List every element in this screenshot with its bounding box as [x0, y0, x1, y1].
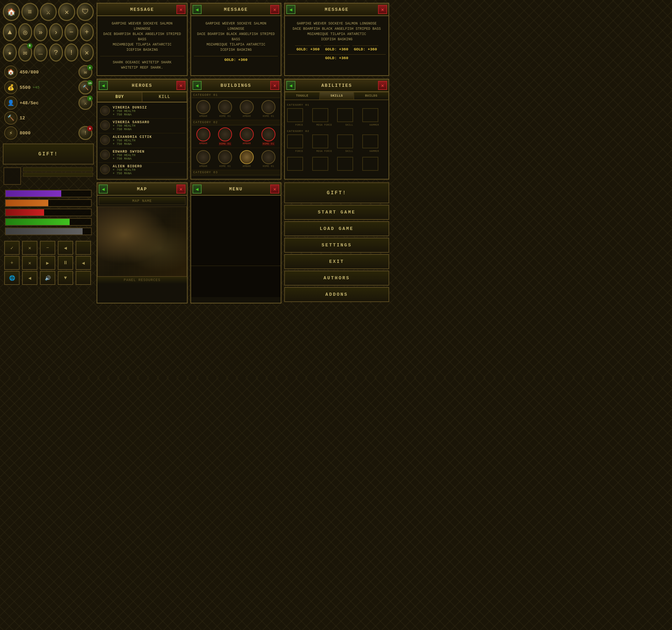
icon-up[interactable]: ▲	[3, 23, 17, 41]
icon-cancel[interactable]: ✕	[58, 3, 75, 21]
settings-button[interactable]: SETTINGS	[284, 238, 389, 253]
ability-slot-3-2[interactable]	[312, 157, 328, 171]
ctrl-globe[interactable]: 🌐	[4, 271, 20, 285]
hero-tab-kill[interactable]: KILL	[142, 92, 187, 102]
message-3-back[interactable]: ◀	[286, 5, 295, 14]
ability-tab-builds[interactable]: BUILDS	[354, 92, 388, 100]
bld-item-12[interactable]: HOME 01	[258, 150, 279, 168]
ability-slot-2-1[interactable]	[287, 134, 303, 148]
bld-item-3[interactable]: AMBAR	[237, 100, 257, 118]
ability-tab-toggle[interactable]: TOGGLE	[285, 92, 320, 100]
map-close[interactable]: ✕	[176, 184, 186, 194]
icon-close-3[interactable]: ✕	[80, 43, 94, 62]
icon-exclaim[interactable]: !	[64, 43, 78, 62]
ability-slot-1-4[interactable]	[362, 108, 378, 122]
message-2-close[interactable]: ✕	[270, 5, 279, 14]
menu-close[interactable]: ✕	[270, 184, 279, 194]
ability-slot-1-1[interactable]	[287, 108, 303, 122]
ability-slot-2-3[interactable]	[337, 134, 353, 148]
menu-back[interactable]: ◀	[192, 184, 202, 194]
ability-tab-skills[interactable]: SKILLS	[320, 92, 354, 100]
ability-lbl-2-1: FORCE	[287, 150, 312, 153]
ctrl-plus2[interactable]: +	[4, 256, 20, 270]
heroes-back[interactable]: ◀	[99, 81, 108, 90]
ctrl-pause[interactable]: ⏸	[58, 256, 73, 270]
ctrl-check[interactable]: ✓	[4, 241, 20, 255]
ctrl-minus[interactable]: −	[40, 241, 55, 255]
bld-item-9[interactable]: AMBAR	[193, 150, 214, 168]
menu-footer-spacer	[191, 266, 281, 297]
message-1-close[interactable]: ✕	[176, 5, 186, 14]
gold-icon: 💰	[4, 81, 18, 94]
ctrl-x2[interactable]: ✕	[22, 256, 37, 270]
bld-item-1[interactable]: AMBAR	[193, 100, 214, 118]
bld-icon-2	[218, 100, 232, 114]
population-value: 450/800	[20, 70, 39, 75]
message-1-header: MESSAGE ✕	[97, 4, 187, 16]
bld-item-6[interactable]: HOME 01	[215, 127, 235, 146]
ctrl-vol[interactable]: 🔊	[40, 271, 55, 285]
bld-item-5[interactable]: AMBAR	[193, 127, 214, 146]
bld-item-11[interactable]: AMBAR	[237, 150, 257, 168]
buildings-panel: ◀ BUILDINGS ✕ CATEGORY 01 AMBAR HOME 01 …	[190, 79, 281, 180]
icon-star[interactable]: ★	[3, 43, 17, 62]
abilities-close[interactable]: ✕	[378, 81, 387, 90]
ctrl-x[interactable]: ✕	[22, 241, 37, 255]
hero-tab-buy[interactable]: BUY	[97, 92, 142, 102]
ability-slot-3-4[interactable]	[362, 157, 378, 171]
ctrl-back3[interactable]: ◀	[22, 271, 37, 285]
icon-fast-forward[interactable]: »	[34, 23, 48, 41]
ctrl-play[interactable]: ▶	[40, 256, 55, 270]
icon-home[interactable]: 🏠	[3, 3, 20, 21]
ability-slot-1-2[interactable]	[312, 108, 328, 122]
icon-menu[interactable]: ≡	[21, 3, 38, 21]
exit-button[interactable]: EXIT	[284, 254, 389, 269]
ability-slot-2-4[interactable]	[362, 134, 378, 148]
gift-panel-main[interactable]: GIFT!	[284, 182, 389, 203]
gift-main-label[interactable]: GIFT!	[327, 190, 346, 196]
icon-question[interactable]: ?	[49, 43, 63, 62]
bld-item-8[interactable]: HOME 01	[258, 127, 279, 146]
stat-mail-icon[interactable]: ✉ 8	[78, 65, 92, 79]
stat-alert-icon[interactable]: ! 9	[78, 126, 92, 140]
buildings-back[interactable]: ◀	[192, 81, 202, 90]
ctrl-down[interactable]: ▼	[58, 271, 73, 285]
bld-item-7[interactable]: AMBAR	[237, 127, 257, 146]
icon-sword[interactable]: ⚔	[40, 3, 57, 21]
stat-hammer-icon[interactable]: 🔨 15	[78, 80, 92, 94]
icon-mail[interactable]: ✉ 8	[18, 43, 32, 62]
icon-minus[interactable]: −	[64, 23, 78, 41]
heroes-close[interactable]: ✕	[176, 81, 186, 90]
ctrl-back1[interactable]: ◀	[58, 241, 73, 255]
icon-shield[interactable]: 🛡	[77, 3, 94, 21]
map-back[interactable]: ◀	[99, 184, 108, 194]
hero-avatar-4	[100, 150, 110, 160]
bld-item-4[interactable]: HOME 01	[258, 100, 279, 118]
addons-button[interactable]: ADDONS	[284, 287, 389, 302]
load-game-button[interactable]: LOAD GAME	[284, 221, 389, 236]
ability-lbl-1-3: SKILL	[337, 124, 362, 126]
bld-item-2[interactable]: HOME 01	[215, 100, 235, 118]
ability-slot-3-1[interactable]	[287, 157, 303, 171]
ability-slot-1-3[interactable]	[337, 108, 353, 122]
bld-item-10[interactable]: HOME 01	[215, 150, 235, 168]
ability-slot-3-3[interactable]	[337, 157, 353, 171]
icon-target[interactable]: ◎	[18, 23, 32, 41]
stat-sword-icon[interactable]: ⚔ 3	[78, 96, 92, 110]
message-3-close[interactable]: ✕	[378, 5, 387, 14]
abilities-back[interactable]: ◀	[286, 81, 295, 90]
icon-dots[interactable]: …	[34, 43, 48, 62]
start-game-button[interactable]: START GAME	[284, 205, 389, 220]
icon-plus[interactable]: +	[80, 23, 94, 41]
gift-panel[interactable]: GIFT!	[3, 144, 94, 164]
icon-forward[interactable]: ›	[49, 23, 63, 41]
ctrl-back2[interactable]: ◀	[76, 256, 91, 270]
buildings-close[interactable]: ✕	[270, 81, 279, 90]
gold-value: 5500	[20, 85, 30, 90]
ability-slot-2-2[interactable]	[312, 134, 328, 148]
stat-population: 🏠 450/800 ✉ 8	[4, 65, 92, 79]
menu-header: ◀ MENU ✕	[191, 183, 281, 196]
authors-button[interactable]: AUTHORS	[284, 271, 389, 286]
message-2-back[interactable]: ◀	[192, 5, 202, 14]
gift-label[interactable]: GIFT!	[38, 151, 58, 157]
